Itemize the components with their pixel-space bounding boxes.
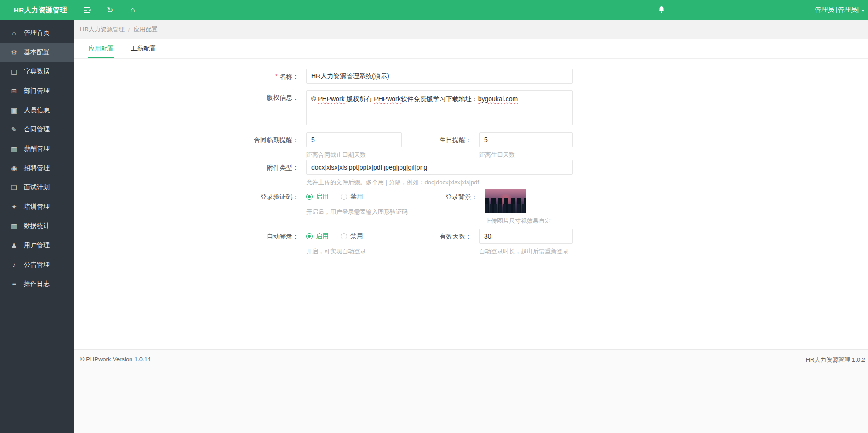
captcha-radio-disable[interactable]: 禁用 [341, 193, 363, 201]
sidebar-item-label: 人员信息 [24, 106, 50, 114]
valid-days-label: 有效天数： [402, 229, 472, 244]
captcha-radio-enable[interactable]: 启用 [306, 193, 329, 201]
document-icon [10, 184, 18, 191]
sidebar-item-basic-config[interactable]: 基本配置 [0, 43, 74, 62]
sidebar-item-label: 公告管理 [24, 261, 50, 269]
home-icon[interactable] [128, 5, 138, 15]
auto-login-enable-label: 启用 [316, 232, 329, 240]
speaker-icon [10, 261, 18, 268]
radio-selected-icon [306, 233, 313, 239]
auto-login-radio-disable[interactable]: 禁用 [341, 232, 363, 240]
attachment-types-input[interactable] [306, 160, 573, 175]
sidebar-item-training[interactable]: 培训管理 [0, 197, 74, 216]
sidebar-item-label: 基本配置 [24, 48, 50, 57]
auto-login-radio-enable[interactable]: 启用 [306, 232, 329, 240]
form-row-name: *名称： [74, 69, 868, 84]
calculator-icon [10, 145, 18, 153]
breadcrumb-separator: / [128, 26, 130, 33]
form-row-auto-login: 自动登录： 启用 禁用 开启，可实现自动登录 有效天数： [74, 229, 868, 256]
sidebar-menu: 管理首页 基本配置 字典数据 部门管理 人员信息 合同管理 薪酬管理 招聘管理 … [0, 20, 74, 294]
log-icon [10, 280, 18, 288]
captcha-help: 开启后，用户登录需要输入图形验证码 [306, 208, 408, 216]
sidebar-item-label: 数据统计 [24, 222, 50, 230]
sidebar-item-label: 部门管理 [24, 87, 50, 95]
form-row-captcha: 登录验证码： 启用 禁用 开启后，用户登录需要输入图形验证码 登 [74, 189, 868, 225]
sidebar-item-label: 合同管理 [24, 125, 50, 134]
refresh-icon[interactable] [105, 5, 115, 15]
sidebar-item-dashboard[interactable]: 管理首页 [0, 23, 74, 43]
footer-version-right: HR人力资源管理 1.0.2 [806, 356, 865, 364]
tab-app-config[interactable]: 应用配置 [80, 39, 122, 58]
attachment-types-help: 允许上传的文件后缀。多个用 | 分隔，例如：doc|docx|xlsx|xls|… [306, 178, 573, 187]
sidebar-item-contract[interactable]: 合同管理 [0, 120, 74, 139]
captcha-enable-label: 启用 [316, 193, 329, 201]
valid-days-help: 自动登录时长，超出后需重新登录 [479, 247, 573, 256]
form-row-reminders: 合同临期提醒： 距离合同截止日期天数 生日提醒： 距离生日天数 [74, 132, 868, 159]
auto-login-radio-group: 启用 禁用 [306, 229, 402, 244]
contract-reminder-help: 距离合同截止日期天数 [306, 151, 402, 159]
sidebar-item-department[interactable]: 部门管理 [0, 81, 74, 101]
contract-reminder-input[interactable] [306, 132, 402, 147]
home-icon [10, 29, 18, 37]
contract-reminder-label: 合同临期提醒： [74, 132, 299, 147]
sidebar-item-announcement[interactable]: 公告管理 [0, 255, 74, 274]
sidebar-item-interview[interactable]: 面试计划 [0, 178, 74, 197]
birthday-reminder-input[interactable] [479, 132, 573, 147]
login-bg-label: 登录背景： [408, 189, 478, 204]
pencil-icon [10, 126, 18, 133]
sidebar-item-label: 培训管理 [24, 203, 50, 211]
radio-selected-icon [306, 194, 313, 200]
org-chart-icon [10, 87, 18, 95]
id-card-icon [10, 107, 18, 114]
copyright-label: 版权信息： [74, 90, 299, 105]
breadcrumb-root[interactable]: HR人力资源管理 [80, 25, 125, 34]
captcha-disable-label: 禁用 [350, 193, 363, 201]
sidebar-item-personnel[interactable]: 人员信息 [0, 101, 74, 120]
sidebar-item-users[interactable]: 用户管理 [0, 236, 74, 255]
login-bg-thumbnail[interactable] [485, 189, 526, 213]
login-bg-help: 上传图片尺寸视效果自定 [485, 217, 551, 225]
name-label: *名称： [74, 69, 299, 84]
sidebar-item-label: 招聘管理 [24, 164, 50, 172]
captcha-label: 登录验证码： [74, 189, 299, 204]
name-input[interactable] [306, 69, 573, 84]
birthday-reminder-label: 生日提醒： [402, 132, 472, 147]
sidebar-item-label: 薪酬管理 [24, 145, 50, 153]
header-toolbar [82, 5, 138, 15]
auto-login-help: 开启，可实现自动登录 [306, 247, 402, 256]
radio-unselected-icon [341, 194, 347, 200]
collapse-sidebar-icon[interactable] [82, 5, 92, 15]
sidebar-item-statistics[interactable]: 数据统计 [0, 216, 74, 236]
copyright-textarea[interactable]: © PHPwork 版权所有 PHPwork软件免费版学习下载地址：bygouk… [306, 90, 573, 125]
main-area: HR人力资源管理 / 应用配置 应用配置 工薪配置 *名称： 版权信息： [74, 20, 868, 433]
top-header: HR人力资源管理 管理员 [管理员] ▾ [0, 0, 868, 20]
user-menu[interactable]: 管理员 [管理员] ▾ [813, 0, 866, 20]
sidebar-item-label: 面试计划 [24, 183, 50, 192]
page-footer: © PHPwork Version 1.0.14 HR人力资源管理 1.0.2 [74, 349, 868, 433]
tabs-bar: 应用配置 工薪配置 [74, 39, 868, 59]
target-icon [10, 165, 18, 172]
auto-login-disable-label: 禁用 [350, 232, 363, 240]
app-logo: HR人力资源管理 [0, 6, 74, 15]
required-asterisk: * [275, 73, 278, 80]
sidebar-item-label: 用户管理 [24, 241, 50, 250]
notification-bell-icon[interactable] [657, 5, 666, 16]
gear-icon [10, 49, 18, 56]
name-label-text: 名称： [280, 73, 299, 80]
radio-unselected-icon [341, 233, 347, 239]
sidebar-item-recruitment[interactable]: 招聘管理 [0, 159, 74, 178]
app-window: HR人力资源管理 管理员 [管理员] ▾ 管理首页 基本配置 字典数据 部门管理… [0, 0, 868, 433]
birthday-reminder-help: 距离生日天数 [479, 151, 573, 159]
sidebar-item-salary[interactable]: 薪酬管理 [0, 139, 74, 159]
sidebar-item-dictionary[interactable]: 字典数据 [0, 62, 74, 81]
auto-login-label: 自动登录： [74, 229, 299, 244]
tab-salary-config[interactable]: 工薪配置 [122, 39, 165, 58]
sidebar-item-label: 管理首页 [24, 29, 50, 37]
sidebar-item-logs[interactable]: 操作日志 [0, 274, 74, 294]
chart-icon [10, 222, 18, 230]
user-icon [10, 242, 18, 249]
valid-days-input[interactable] [479, 229, 573, 244]
training-icon [10, 203, 18, 211]
captcha-radio-group: 启用 禁用 [306, 189, 402, 204]
attachment-types-label: 附件类型： [74, 160, 299, 175]
